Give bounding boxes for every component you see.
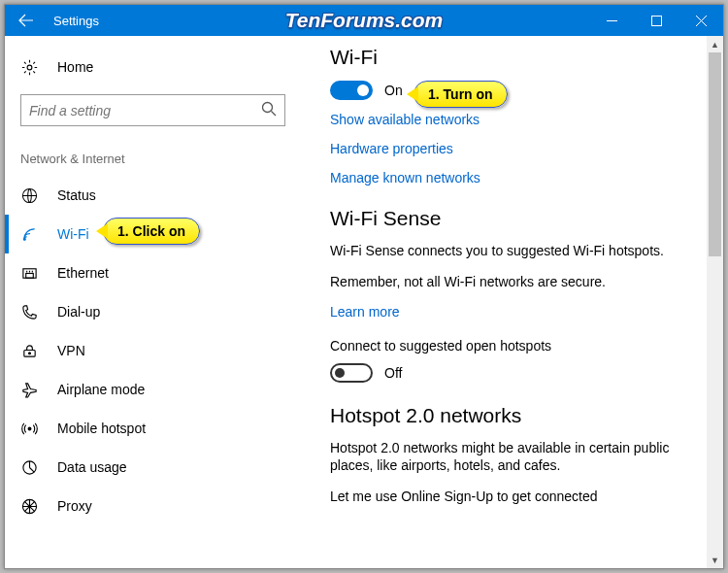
wifi-toggle[interactable] <box>330 81 373 100</box>
close-button[interactable] <box>678 5 723 36</box>
search-input[interactable] <box>29 103 261 118</box>
nav-label: Proxy <box>57 498 92 514</box>
callout-turn-on: 1. Turn on <box>414 81 508 108</box>
wifi-icon <box>20 226 38 243</box>
svg-point-1 <box>27 65 32 70</box>
wifi-sense-heading: Wi-Fi Sense <box>330 207 713 230</box>
airplane-icon <box>20 382 38 398</box>
svg-point-2 <box>263 102 273 112</box>
gear-icon <box>20 59 38 76</box>
back-button[interactable] <box>5 5 48 36</box>
scroll-down-icon[interactable]: ▼ <box>707 552 723 568</box>
sidebar-item-dialup[interactable]: Dial-up <box>20 292 285 331</box>
svg-point-4 <box>23 238 25 240</box>
manage-known-networks-link[interactable]: Manage known networks <box>330 170 713 185</box>
hotspot2-heading: Hotspot 2.0 networks <box>330 404 713 427</box>
back-arrow-icon <box>18 13 34 28</box>
sidebar-item-datausage[interactable]: Data usage <box>20 448 285 487</box>
minimize-button[interactable] <box>589 5 634 36</box>
hotspot2-body: Hotspot 2.0 networks might be available … <box>330 439 713 474</box>
maximize-button[interactable] <box>634 5 678 36</box>
wifi-heading: Wi-Fi <box>330 46 713 69</box>
connect-toggle-label: Off <box>384 365 402 381</box>
sense-body-2: Remember, not all Wi-Fi networks are sec… <box>330 273 713 290</box>
sidebar-item-airplane[interactable]: Airplane mode <box>20 370 285 409</box>
svg-point-8 <box>28 352 30 354</box>
main-panel: Wi-Fi On Show available networks Hardwar… <box>301 36 723 568</box>
sidebar: Home Network & Internet Status Wi-Fi Eth… <box>5 36 301 568</box>
scroll-thumb[interactable] <box>709 52 721 256</box>
scrollbar[interactable]: ▲ ▼ <box>707 36 723 568</box>
nav-label: Airplane mode <box>57 382 145 397</box>
connect-toggle[interactable] <box>330 363 373 383</box>
nav-label: Wi-Fi <box>57 226 89 242</box>
globe-icon <box>20 187 38 204</box>
svg-rect-6 <box>25 273 33 278</box>
hardware-properties-link[interactable]: Hardware properties <box>330 141 713 156</box>
nav-label: Mobile hotspot <box>57 421 146 436</box>
svg-rect-0 <box>651 16 661 25</box>
search-icon <box>261 101 277 120</box>
nav-label: Dial-up <box>57 304 100 320</box>
hotspot2-body2: Let me use Online Sign-Up to get connect… <box>330 488 713 505</box>
nav-label: Status <box>57 187 96 203</box>
callout-click-on: 1. Click on <box>103 218 200 245</box>
sidebar-item-hotspot[interactable]: Mobile hotspot <box>20 409 285 448</box>
home-label: Home <box>57 59 93 75</box>
learn-more-link[interactable]: Learn more <box>330 304 713 320</box>
content-area: Home Network & Internet Status Wi-Fi Eth… <box>5 36 723 568</box>
wifi-toggle-row: On <box>330 81 713 100</box>
maximize-icon <box>651 16 662 26</box>
sidebar-item-status[interactable]: Status <box>20 176 285 215</box>
window-title: Settings <box>53 14 99 28</box>
nav-label: Data usage <box>57 459 127 475</box>
watermark-text: TenForums.com <box>285 9 444 32</box>
sidebar-item-proxy[interactable]: Proxy <box>20 487 285 525</box>
sidebar-item-ethernet[interactable]: Ethernet <box>20 253 285 292</box>
home-button[interactable]: Home <box>20 50 285 84</box>
proxy-icon <box>20 498 38 515</box>
category-header: Network & Internet <box>20 152 285 166</box>
nav-label: VPN <box>57 343 85 358</box>
settings-window: Settings Home Network & Internet Status <box>4 4 724 569</box>
show-networks-link[interactable]: Show available networks <box>330 112 713 127</box>
search-field[interactable] <box>20 94 285 126</box>
window-controls <box>589 5 723 36</box>
vpn-icon <box>20 343 38 359</box>
minimize-icon <box>607 16 617 26</box>
data-icon <box>20 459 38 476</box>
sense-body-1: Wi-Fi Sense connects you to suggested Wi… <box>330 242 713 259</box>
scroll-track[interactable] <box>707 52 723 552</box>
connect-toggle-row: Off <box>330 363 713 383</box>
sidebar-item-vpn[interactable]: VPN <box>20 331 285 370</box>
connect-hotspots-label: Connect to suggested open hotspots <box>330 337 713 354</box>
svg-point-9 <box>28 427 31 430</box>
close-icon <box>696 16 707 26</box>
scroll-up-icon[interactable]: ▲ <box>707 36 723 52</box>
ethernet-icon <box>20 265 38 282</box>
phone-icon <box>20 304 38 320</box>
nav-label: Ethernet <box>57 265 109 281</box>
hotspot-icon <box>20 421 38 437</box>
